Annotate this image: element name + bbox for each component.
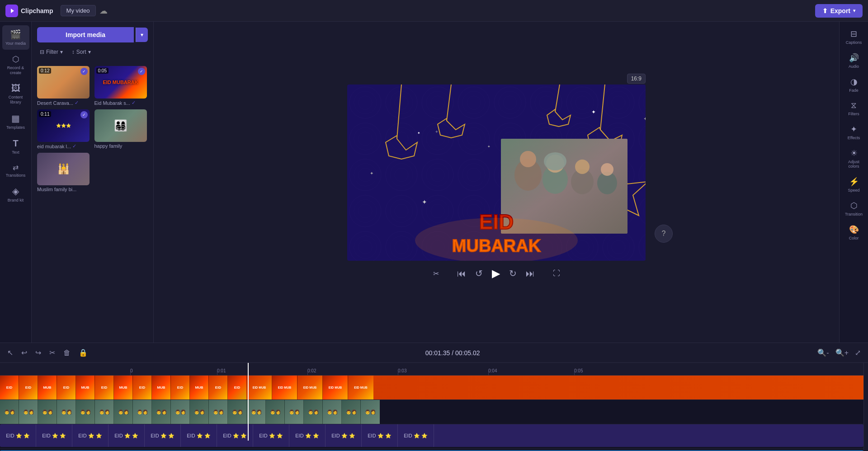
zoom-in-button[interactable]: 🔍+ [834,347,850,359]
sort-button[interactable]: ↕ Sort ▾ [69,47,94,57]
media-thumb-happy-family: 👨‍👩‍👧‍👦 [94,109,147,142]
rt-item-effects[interactable]: ✦ Effects [841,121,867,144]
fit-timeline-button[interactable]: ⤢ [853,347,863,359]
timeline-ruler: 0 0:01 0:02 0:03 0:04 0:05 [0,363,863,376]
filter-arrow-icon: ▾ [60,49,63,55]
help-button[interactable]: ? [655,225,673,243]
media-thumb-desert-caravan: 0:12 ✓ [37,66,90,99]
track-audio: ♫ Desert Caravan (intro) [0,449,863,451]
film-cell-family: 👨‍👩 [323,400,342,424]
track-eid-text: EID ⭐ ⭐ EID ⭐ ⭐ EID ⭐ ⭐ EID ⭐ ⭐ EID ⭐ ⭐ … [0,424,863,449]
sidebar-label-record-create: Record & create [4,66,28,75]
film-cell: EID MUB [348,376,373,399]
sidebar-item-templates[interactable]: ▦ Templates [2,109,29,134]
preview-wrapper: ✦ ✦ ✦ ✦ ✦ [347,85,646,261]
main-area: 🎬 Your media ⬡ Record & create 🖼 Content… [0,22,868,343]
rewind-button[interactable]: ↺ [475,268,483,279]
rt-item-fade[interactable]: ◑ Fade [841,73,867,96]
crop-caption-button[interactable]: ✂ [433,269,439,278]
timeline-scroll-area[interactable]: 0 0:01 0:02 0:03 0:04 0:05 [0,363,863,451]
film-cell: EID [0,376,19,399]
timeline-undo-button[interactable]: ↩ [19,347,29,359]
media-item-eid-mubarak[interactable]: EID MUBARAK 0:05 ✓ Eid Mubarak s... ✓ [94,66,148,106]
skip-back-button[interactable]: ⏮ [457,268,466,279]
sidebar-item-transitions[interactable]: ⇄ Transitions [2,160,29,182]
eid-text-cell: EID ⭐ ⭐ [326,424,362,447]
zoom-controls: 🔍- 🔍+ ⤢ [816,347,863,359]
sort-icon: ↕ [72,49,75,55]
sidebar-item-text[interactable]: T Text [2,135,29,159]
timeline-scrollbar[interactable] [863,363,868,451]
sidebar-item-record-create[interactable]: ⬡ Record & create [2,51,29,79]
film-cell-family: 👨‍👩 [190,400,209,424]
timeline-lock-button[interactable]: 🔒 [77,347,90,359]
rt-item-transition[interactable]: ⬡ Transition [841,197,867,220]
captions-icon: ⊟ [850,29,857,39]
media-label-happy-family: happy family [94,143,123,149]
export-button[interactable]: ⬆ Export ▾ [815,4,863,18]
media-item-happy-family[interactable]: 👨‍👩‍👧‍👦 happy family [94,109,148,149]
rt-item-adjust-colors[interactable]: ☀ Adjust colors [841,145,867,172]
track-family-content[interactable]: 👨‍👩 👨‍👩 👨‍👩 👨‍👩 👨‍👩 👨‍👩 👨‍👩 👨‍👩 👨‍👩 👨‍👩 … [0,400,863,424]
import-media-button[interactable]: Import media [37,27,134,42]
media-item-muslim-family[interactable]: 🕌 Muslim family bi... [37,153,91,192]
fade-icon: ◑ [850,77,858,87]
preview-controls: ✂ ⏮ ↺ ▶ ↻ ⏭ ⛶ [433,267,560,280]
film-cell-family: 👨‍👩 [114,400,133,424]
media-item-eid-mubarak-2[interactable]: ⭐⭐⭐ 0:11 ✓ eid mubarak l... ✓ [37,109,91,149]
color-icon: 🎨 [849,225,859,235]
rt-label-transition: Transition [845,212,863,216]
track-eid-content[interactable]: EID EID MUB EID MUB EID MUB EID MUB EID … [0,376,863,399]
sidebar-item-your-media[interactable]: 🎬 Your media [2,25,29,50]
sidebar-label-transitions: Transitions [6,173,26,178]
rt-item-color[interactable]: 🎨 Color [841,221,867,244]
film-cell-family: 👨‍👩 [285,400,304,424]
zoom-out-button[interactable]: 🔍- [816,347,830,359]
forward-button[interactable]: ↻ [509,268,517,279]
eid-text-cell: EID ⭐ ⭐ [181,424,217,447]
skip-forward-button[interactable]: ⏭ [526,268,535,279]
rt-label-filters: Filters [848,112,859,116]
rt-label-adjust-colors: Adjust colors [843,160,865,169]
rt-item-filters[interactable]: ⧖ Filters [841,97,867,120]
transitions-icon: ⇄ [13,163,19,172]
rt-item-captions[interactable]: ⊟ Captions [841,25,867,48]
audio-icon: 🔊 [849,53,859,63]
rt-item-audio[interactable]: 🔊 Audio [841,49,867,72]
film-cell: EID [19,376,38,399]
record-create-icon: ⬡ [12,54,19,64]
logo-icon [5,5,18,17]
brand-kit-icon: ◈ [12,186,19,197]
film-cell-family: 👨‍👩 [266,400,285,424]
svg-text:✦: ✦ [591,109,596,115]
fullscreen-button[interactable]: ⛶ [553,269,560,277]
film-cell: EID [171,376,190,399]
filter-button[interactable]: ⊟ Filter ▾ [37,47,66,57]
svg-point-28 [575,160,590,174]
text-icon: T [13,138,18,149]
timeline-redo-button[interactable]: ↪ [33,347,43,359]
film-cell: EID [57,376,76,399]
timeline-delete-button[interactable]: 🗑 [61,347,72,359]
film-cell: MUB [114,376,133,399]
eid-text-cell: EID ⭐ ⭐ [36,424,72,447]
ruler-mark-5: 0:05 [574,368,583,373]
play-button[interactable]: ▶ [492,267,500,280]
your-media-icon: 🎬 [10,29,21,40]
eid-text-cell: EID ⭐ ⭐ [72,424,108,447]
sidebar-item-content-library[interactable]: 🖼 Content library [2,80,29,108]
sidebar-item-brand-kit[interactable]: ◈ Brand kit [2,182,29,207]
rt-item-speed[interactable]: ⚡ Speed [841,173,867,196]
app-logo[interactable]: Clipchamp [5,5,53,17]
timeline-cut-button[interactable]: ✂ [47,347,57,359]
adjust-colors-icon: ☀ [850,148,858,158]
video-title[interactable]: My video [61,5,96,16]
media-duration-eid: 0:05 [96,68,108,74]
transition-icon: ⬡ [850,201,858,211]
rt-label-audio: Audio [849,64,859,69]
track-eid-text-content[interactable]: EID ⭐ ⭐ EID ⭐ ⭐ EID ⭐ ⭐ EID ⭐ ⭐ EID ⭐ ⭐ … [0,424,863,448]
import-media-arrow-button[interactable]: ▾ [136,28,148,42]
media-item-desert-caravan[interactable]: 0:12 ✓ Desert Carava... ✓ [37,66,91,106]
timeline-tool-pointer[interactable]: ↖ [5,347,15,359]
media-label-eid-mubarak-2: eid mubarak l... [37,144,71,149]
